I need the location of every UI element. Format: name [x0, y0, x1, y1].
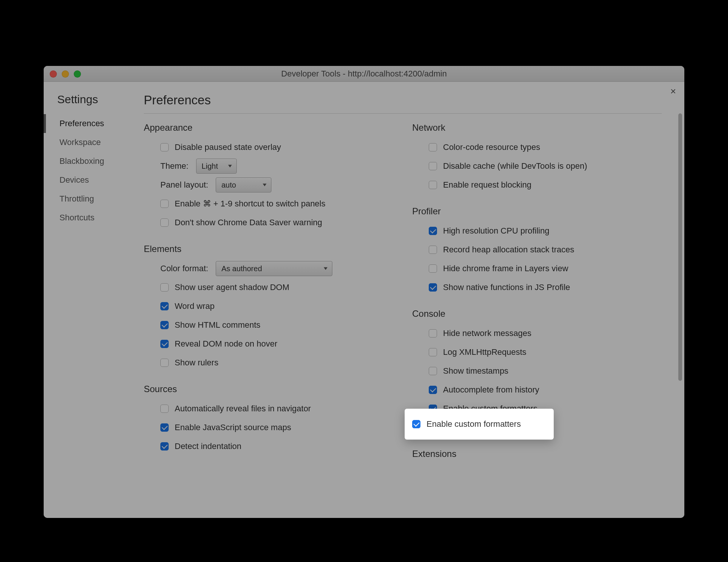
sidebar-item-preferences[interactable]: Preferences — [44, 114, 130, 133]
checkbox[interactable] — [429, 227, 437, 235]
checkbox[interactable] — [429, 181, 437, 189]
pref-row: Panel layout:auto — [160, 177, 401, 192]
enable-custom-formatters-checkbox[interactable] — [412, 420, 420, 428]
section-elements: ElementsColor format:As authoredShow use… — [144, 244, 401, 370]
pref-row: Word wrap — [160, 299, 401, 314]
checkbox-label: Word wrap — [175, 301, 215, 311]
checkbox[interactable] — [160, 359, 169, 367]
checkbox-label: Show user agent shadow DOM — [175, 283, 289, 292]
checkbox[interactable] — [160, 321, 169, 329]
zoom-window-icon[interactable] — [74, 70, 81, 78]
section-heading: Sources — [144, 384, 401, 394]
select-label: Panel layout: — [160, 180, 208, 190]
pref-row: Color-code resource types — [429, 140, 669, 155]
close-window-icon[interactable] — [50, 70, 57, 78]
checkbox-label: Hide network messages — [443, 328, 532, 338]
page-title: Preferences — [144, 93, 211, 107]
checkbox-label: Disable cache (while DevTools is open) — [443, 161, 587, 171]
pref-row: Hide chrome frame in Layers view — [429, 261, 669, 276]
minimize-window-icon[interactable] — [62, 70, 69, 78]
pref-row: Show rulers — [160, 355, 401, 370]
checkbox[interactable] — [429, 386, 437, 394]
select-dropdown[interactable]: Light — [196, 159, 237, 174]
checkbox[interactable] — [429, 143, 437, 151]
checkbox[interactable] — [160, 200, 169, 208]
pref-row: Show timestamps — [429, 363, 669, 379]
sidebar-item-devices[interactable]: Devices — [44, 171, 130, 189]
section-heading: Elements — [144, 244, 401, 254]
sidebar-item-shortcuts[interactable]: Shortcuts — [44, 208, 130, 227]
highlight-enable-custom-formatters: Enable custom formatters — [405, 409, 554, 440]
checkbox-label: Enable request blocking — [443, 180, 532, 190]
checkbox[interactable] — [160, 340, 169, 348]
pref-row: Detect indentation — [160, 439, 401, 454]
checkbox-label: Show timestamps — [443, 366, 509, 376]
pref-row: Disable paused state overlay — [160, 140, 401, 155]
devtools-window: Developer Tools - http://localhost:4200/… — [44, 66, 684, 518]
pref-row: Color format:As authored — [160, 261, 401, 276]
checkbox[interactable] — [160, 302, 169, 310]
checkbox[interactable] — [429, 283, 437, 292]
checkbox-label: Hide chrome frame in Layers view — [443, 264, 568, 273]
checkbox-label: High resolution CPU profiling — [443, 226, 549, 236]
sidebar-item-throttling[interactable]: Throttling — [44, 189, 130, 208]
pref-row: Show native functions in JS Profile — [429, 280, 669, 295]
checkbox-label: Autocomplete from history — [443, 385, 539, 395]
checkbox-label: Show rulers — [175, 358, 218, 368]
settings-panel: × Settings PreferencesWorkspaceBlackboxi… — [44, 82, 684, 518]
checkbox[interactable] — [429, 348, 437, 356]
checkbox-label: Color-code resource types — [443, 142, 540, 152]
checkbox-label: Reveal DOM node on hover — [175, 339, 277, 349]
checkbox[interactable] — [160, 143, 169, 151]
select-label: Theme: — [160, 161, 189, 171]
section-heading: Extensions — [412, 449, 669, 459]
pref-row: Don't show Chrome Data Saver warning — [160, 215, 401, 230]
section-sources: SourcesAutomatically reveal files in nav… — [144, 384, 401, 454]
settings-sidebar: Settings PreferencesWorkspaceBlackboxing… — [44, 82, 130, 518]
pref-row: Automatically reveal files in navigator — [160, 401, 401, 416]
pref-row: Theme:Light — [160, 159, 401, 174]
title-divider — [144, 113, 662, 114]
checkbox-label: Show native functions in JS Profile — [443, 283, 570, 292]
pref-row: Autocomplete from history — [429, 382, 669, 397]
window-title: Developer Tools - http://localhost:4200/… — [44, 69, 684, 79]
preferences-right-column: NetworkColor-code resource typesDisable … — [412, 122, 681, 510]
checkbox[interactable] — [429, 367, 437, 375]
pref-row: Reveal DOM node on hover — [160, 336, 401, 351]
checkbox-label: Record heap allocation stack traces — [443, 245, 574, 255]
select-dropdown[interactable]: auto — [216, 177, 271, 192]
checkbox[interactable] — [429, 329, 437, 338]
sidebar-item-workspace[interactable]: Workspace — [44, 133, 130, 152]
select-label: Color format: — [160, 264, 208, 273]
section-network: NetworkColor-code resource typesDisable … — [412, 122, 669, 192]
checkbox[interactable] — [429, 162, 437, 170]
checkbox-label: Automatically reveal files in navigator — [175, 404, 311, 414]
checkbox[interactable] — [160, 218, 169, 227]
titlebar: Developer Tools - http://localhost:4200/… — [44, 66, 684, 82]
pref-row: Enable request blocking — [429, 177, 669, 192]
pref-row: Hide network messages — [429, 326, 669, 341]
select-dropdown[interactable]: As authored — [216, 261, 332, 276]
checkbox-label: Disable paused state overlay — [175, 142, 281, 152]
checkbox[interactable] — [429, 264, 437, 273]
checkbox-label: Detect indentation — [175, 441, 241, 451]
pref-row: High resolution CPU profiling — [429, 223, 669, 238]
checkbox[interactable] — [429, 246, 437, 254]
section-heading: Appearance — [144, 122, 401, 133]
checkbox-label: Show HTML comments — [175, 320, 260, 330]
checkbox[interactable] — [160, 442, 169, 451]
checkbox[interactable] — [160, 423, 169, 432]
sidebar-item-blackboxing[interactable]: Blackboxing — [44, 152, 130, 171]
checkbox[interactable] — [160, 283, 169, 292]
pref-row: Disable cache (while DevTools is open) — [429, 159, 669, 174]
section-heading: Profiler — [412, 206, 669, 217]
section-profiler: ProfilerHigh resolution CPU profilingRec… — [412, 206, 669, 295]
preferences-pane: Preferences AppearanceDisable paused sta… — [130, 82, 684, 518]
checkbox-label: Enable ⌘ + 1-9 shortcut to switch panels — [175, 199, 326, 209]
section-heading: Network — [412, 122, 669, 133]
checkbox[interactable] — [160, 405, 169, 413]
pref-row: Show HTML comments — [160, 318, 401, 333]
checkbox-label: Enable JavaScript source maps — [175, 423, 291, 432]
checkbox-label: Don't show Chrome Data Saver warning — [175, 218, 322, 228]
sidebar-heading: Settings — [44, 93, 130, 114]
